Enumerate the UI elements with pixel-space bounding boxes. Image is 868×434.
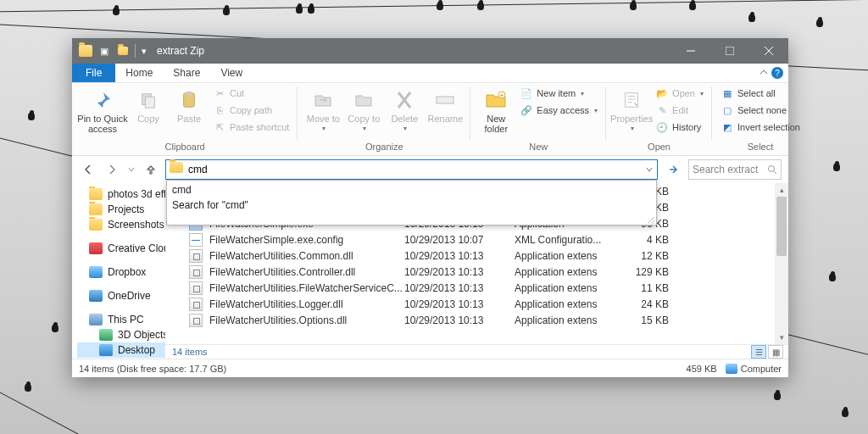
od-icon: [89, 290, 103, 302]
paste-shortcut-button[interactable]: ⇱Paste shortcut: [209, 119, 292, 136]
move-to-button[interactable]: Move to▾: [303, 85, 343, 133]
suggestion-cmd[interactable]: cmd: [167, 182, 656, 198]
table-row[interactable]: FileWatcherUtilities.Options.dll10/29/20…: [165, 312, 788, 328]
help-icon[interactable]: ?: [771, 67, 783, 79]
scrollbar[interactable]: ▴ ▾: [775, 183, 788, 344]
group-label-open: Open: [611, 142, 707, 155]
view-large-button[interactable]: ▦: [768, 345, 783, 359]
svg-rect-10: [437, 97, 453, 103]
delete-button[interactable]: Delete▾: [384, 85, 425, 133]
copy-to-button[interactable]: Copy to▾: [343, 85, 384, 133]
file-date: 10/29/2013 10:13: [404, 250, 515, 262]
file-name: FileWatcherUtilities.Logger.dll: [209, 298, 404, 310]
sidebar-item[interactable]: OneDrive: [77, 288, 165, 303]
cc-icon: [89, 242, 103, 254]
paste-button[interactable]: Paste: [169, 85, 209, 124]
copy-button[interactable]: Copy: [128, 85, 169, 124]
select-none-icon: ▢: [721, 103, 734, 117]
recent-locations-button[interactable]: [126, 160, 136, 179]
view-details-button[interactable]: ☰: [751, 345, 766, 359]
svg-line-15: [774, 171, 776, 174]
forward-button[interactable]: [103, 160, 121, 179]
up-button[interactable]: [142, 160, 160, 179]
resize-grip-icon[interactable]: [646, 215, 654, 224]
sidebar-item[interactable]: 3D Objects: [77, 327, 165, 342]
maximize-button[interactable]: [710, 38, 749, 64]
scroll-thumb[interactable]: [776, 197, 787, 256]
file-type: Application extens: [515, 282, 625, 294]
copy-path-button[interactable]: ⎘Copy path: [209, 102, 292, 119]
table-row[interactable]: FileWatcherUtilities.Controller.dll10/29…: [165, 264, 788, 280]
ribbon-collapse-icon[interactable]: [760, 69, 768, 77]
sidebar-item[interactable]: Desktop: [77, 342, 165, 358]
edit-button[interactable]: ✎Edit: [652, 102, 707, 119]
properties-button[interactable]: Properties▾: [611, 85, 652, 133]
sidebar-item[interactable]: This PC: [77, 312, 165, 327]
open-button[interactable]: 📂Open▾: [652, 85, 707, 102]
address-input[interactable]: [188, 164, 642, 175]
scroll-up-icon[interactable]: ▴: [775, 183, 788, 197]
address-dropdown-icon[interactable]: [642, 166, 657, 173]
sidebar-item[interactable]: Dropbox: [77, 264, 165, 280]
tab-view[interactable]: View: [210, 64, 253, 82]
table-row[interactable]: FileWatcherSimple.exe.config10/29/2013 1…: [165, 231, 788, 248]
svg-rect-5: [145, 97, 154, 108]
select-none-button[interactable]: ▢Select none: [717, 102, 804, 119]
rename-button[interactable]: Rename: [425, 85, 465, 124]
back-button[interactable]: [79, 160, 97, 179]
svg-point-14: [769, 166, 775, 172]
select-all-icon: ▦: [721, 86, 734, 100]
file-name: FileWatcherUtilities.Common.dll: [209, 250, 404, 262]
easy-access-button[interactable]: 🔗Easy access▾: [516, 102, 601, 119]
window-title: extract Zip: [157, 45, 204, 57]
table-row[interactable]: FileWatcherUtilities.FileWatcherServiceC…: [165, 280, 788, 296]
svg-rect-7: [186, 92, 192, 95]
sidebar-item[interactable]: Screenshots: [77, 217, 165, 232]
cut-button[interactable]: ✂Cut: [209, 85, 292, 102]
new-folder-button[interactable]: ✦ New folder: [476, 85, 516, 134]
sidebar-item[interactable]: Creative Cloud Files: [77, 241, 165, 256]
new-item-button[interactable]: 📄New item▾: [516, 85, 601, 102]
titlebar[interactable]: ▣ ▾ extract Zip: [72, 38, 788, 64]
pin-quick-access-button[interactable]: Pin to Quick access: [77, 85, 128, 134]
select-all-button[interactable]: ▦Select all: [717, 85, 804, 102]
table-row[interactable]: FileWatcherUtilities.Logger.dll10/29/201…: [165, 296, 788, 312]
file-icon: [189, 233, 203, 247]
table-row[interactable]: FileWatcherUtilities.Common.dll10/29/201…: [165, 248, 788, 264]
folder-icon: [170, 162, 185, 177]
sidebar-item[interactable]: photos 3d effe: [77, 186, 165, 202]
file-date: 10/29/2013 10:13: [404, 266, 515, 278]
rename-icon: [433, 88, 457, 112]
history-button[interactable]: 🕘History: [652, 119, 707, 136]
invert-selection-icon: ◩: [721, 120, 734, 134]
db-icon: [89, 266, 103, 278]
o3-icon: [99, 329, 113, 341]
file-size: 4 KB: [625, 234, 676, 246]
file-date: 10/29/2013 10:13: [404, 298, 515, 310]
address-suggestions: cmd Search for "cmd": [166, 180, 657, 225]
open-icon: 📂: [655, 86, 669, 100]
file-type: XML Configuratio...: [515, 234, 625, 246]
suggestion-search[interactable]: Search for "cmd": [167, 198, 656, 213]
qat-properties-icon[interactable]: ▣: [97, 44, 111, 58]
ribbon: Pin to Quick access Copy Paste ✂Cut ⎘Cop…: [72, 83, 788, 156]
tab-file[interactable]: File: [72, 64, 115, 82]
navigation-pane[interactable]: photos 3d effeProjectsScreenshotsCreativ…: [72, 183, 165, 359]
file-type: Application extens: [515, 298, 625, 310]
sidebar-item[interactable]: Projects: [77, 202, 165, 217]
address-bar[interactable]: cmd Search for "cmd": [165, 159, 658, 180]
folder-icon: [79, 45, 92, 57]
status-bar: 14 items (Disk free space: 17.7 GB) 459 …: [72, 359, 788, 377]
close-button[interactable]: [749, 38, 788, 64]
pin-icon: [91, 88, 114, 112]
tab-share[interactable]: Share: [163, 64, 210, 82]
go-button[interactable]: [663, 159, 683, 180]
minimize-button[interactable]: [671, 38, 710, 64]
invert-selection-button[interactable]: ◩Invert selection: [717, 119, 804, 136]
search-input[interactable]: Search extract: [688, 159, 782, 180]
tab-home[interactable]: Home: [115, 64, 163, 82]
qat-newfolder-icon[interactable]: [116, 44, 130, 58]
scroll-down-icon[interactable]: ▾: [775, 331, 788, 344]
file-name: FileWatcherUtilities.FileWatcherServiceC…: [209, 282, 404, 294]
qat-customize-icon[interactable]: ▾: [135, 44, 148, 58]
